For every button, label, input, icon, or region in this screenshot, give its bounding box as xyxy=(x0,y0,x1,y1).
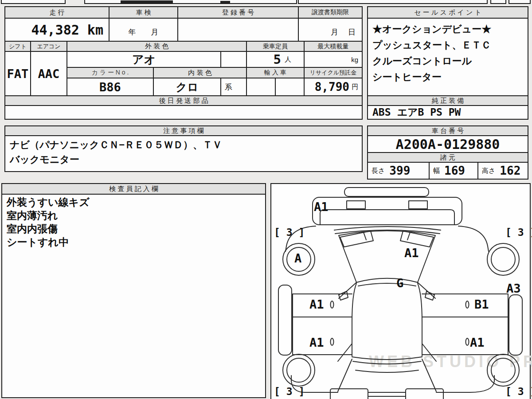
sales-point-line: シートヒーター xyxy=(372,69,523,85)
damage-label: A xyxy=(294,251,301,265)
shaken-value: 年 月 xyxy=(109,18,178,42)
damage-label: B1 xyxy=(474,297,489,311)
shift-header: シフト xyxy=(4,41,31,52)
shaken-header: 車 検 xyxy=(109,6,178,19)
spec-height-cell: 高さ 162 xyxy=(477,162,528,180)
capacity-value: 5 人 xyxy=(246,51,305,68)
oem-equipment-header: 純 正 装 備 xyxy=(367,95,528,106)
damage-label: A1 xyxy=(470,336,485,349)
aircon-header: エアコン xyxy=(30,41,67,52)
later-parts-value xyxy=(4,105,363,120)
inspector-line: 外装うすい線キズ xyxy=(7,196,261,209)
damage-label: [ 3 ] xyxy=(505,227,532,238)
exterior-color-value: アオ xyxy=(66,51,221,68)
recycle-deposit-value: 8,790 円 xyxy=(304,78,363,96)
transfer-deadline-header: 譲渡書類期限 xyxy=(298,6,363,19)
interior-color-value: クロ xyxy=(153,78,221,96)
spec-height-value: 162 xyxy=(500,164,520,177)
interior-color-suffix: 系 xyxy=(220,78,247,96)
inspector-line: 室内内張傷 xyxy=(7,222,261,235)
mileage-header: 走 行 xyxy=(4,6,110,19)
spec-width-value: 169 xyxy=(444,164,465,177)
spec-width-cell: 幅 169 xyxy=(429,162,478,180)
sales-point-line: プッシュスタート、ＥＴＣ xyxy=(372,37,523,53)
damage-label: A1 xyxy=(314,200,329,214)
damage-label: A1 xyxy=(404,246,419,260)
spec-length-value: 399 xyxy=(389,164,410,177)
cropped-text-fragment xyxy=(220,1,230,3)
damage-label: [ 3 ] xyxy=(274,227,305,238)
transfer-deadline-value: 月 日 xyxy=(298,18,363,42)
cropped-top-row-cell xyxy=(84,0,297,4)
damage-label: A3 xyxy=(506,282,521,295)
notes-header: 注 意 事 項 欄 xyxy=(4,125,363,136)
sales-point-line: クルーズコントロール xyxy=(372,53,523,69)
registration-value xyxy=(177,18,299,42)
registration-header: 登 録 番 号 xyxy=(177,6,299,19)
import-cell-right xyxy=(275,78,305,96)
chassis-header: 車 台 番 号 xyxy=(367,125,528,136)
chassis-value: A200A-0129880 xyxy=(367,135,528,153)
import-cell-left xyxy=(246,78,276,96)
shift-value: FAT xyxy=(4,51,31,96)
import-header: 輸 入 車 xyxy=(246,67,305,78)
cropped-top-row-cell xyxy=(509,0,531,4)
aircon-value: AAC xyxy=(30,51,67,96)
capacity-number: 5 xyxy=(274,52,281,67)
exterior-color-spare-cell xyxy=(220,51,247,68)
auction-sheet: 走 行 車 検 登 録 番 号 譲渡書類期限 44,382 km 年 月 月 日… xyxy=(0,0,532,399)
sales-points-header: セ ー ル ス ポ イ ン ト xyxy=(367,6,528,19)
damage-label: [ 3 ] xyxy=(274,386,305,397)
inspector-header: 検 査 員 記 入 欄 xyxy=(1,183,266,195)
damage-label: A1 xyxy=(309,297,324,311)
max-load-header: 最大積載量 xyxy=(304,41,363,52)
capacity-unit: 人 xyxy=(285,55,291,64)
spec-length-cell: 長さ 399 xyxy=(367,162,430,180)
oem-equipment-value: ABS エアB PS PW xyxy=(367,105,528,120)
interior-color-header: 内 装 色 xyxy=(153,67,247,78)
capacity-header: 乗車定員 xyxy=(246,41,305,52)
spec-length-label: 長さ xyxy=(372,167,385,175)
car-top-view-drawing xyxy=(271,184,530,399)
damage-label: A1 xyxy=(309,336,324,349)
notes-line: バックモニター xyxy=(10,152,357,167)
notes-content: ナビ（パナソニックＣＮ−ＲＥ０５ＷＤ）、ＴＶ バックモニター xyxy=(4,135,363,172)
color-no-value: B86 xyxy=(66,78,154,96)
recycle-deposit-header: リサイクル預託金 xyxy=(304,67,363,78)
notes-line: ナビ（パナソニックＣＮ−ＲＥ０５ＷＤ）、ＴＶ xyxy=(10,137,357,152)
car-damage-diagram: WEB STUDIO PRO xyxy=(270,183,531,399)
cropped-top-row-cell xyxy=(298,0,488,4)
cropped-top-row-cell xyxy=(490,0,506,4)
specs-header: 諸 元 xyxy=(367,152,528,163)
damage-label: G xyxy=(396,276,403,290)
spec-width-label: 幅 xyxy=(433,167,440,175)
inspector-content: 外装うすい線キズ 室内薄汚れ 室内内張傷 シートすれ中 xyxy=(1,194,266,398)
inspector-line: 室内薄汚れ xyxy=(7,209,261,222)
max-load-value: kg xyxy=(304,51,363,68)
spec-height-label: 高さ xyxy=(482,167,495,175)
mileage-value: 44,382 km xyxy=(4,18,110,42)
sales-points-content: ★オークションデビュー★ プッシュスタート、ＥＴＣ クルーズコントロール シート… xyxy=(367,18,528,96)
exterior-color-header: 外 装 色 xyxy=(66,41,247,52)
cropped-text-fragment xyxy=(121,0,173,3)
cropped-top-row-cell xyxy=(1,0,66,4)
inspector-line: シートすれ中 xyxy=(7,235,261,249)
recycle-deposit-number: 8,790 xyxy=(315,80,349,94)
damage-label: [ 3 ] xyxy=(505,386,532,397)
color-no-header: カ ラ ー N o . xyxy=(66,67,154,78)
sales-point-line: ★オークションデビュー★ xyxy=(372,21,523,37)
recycle-deposit-unit: 円 xyxy=(352,83,358,91)
later-parts-header: 後 日 発 送 部 品 xyxy=(4,95,363,106)
